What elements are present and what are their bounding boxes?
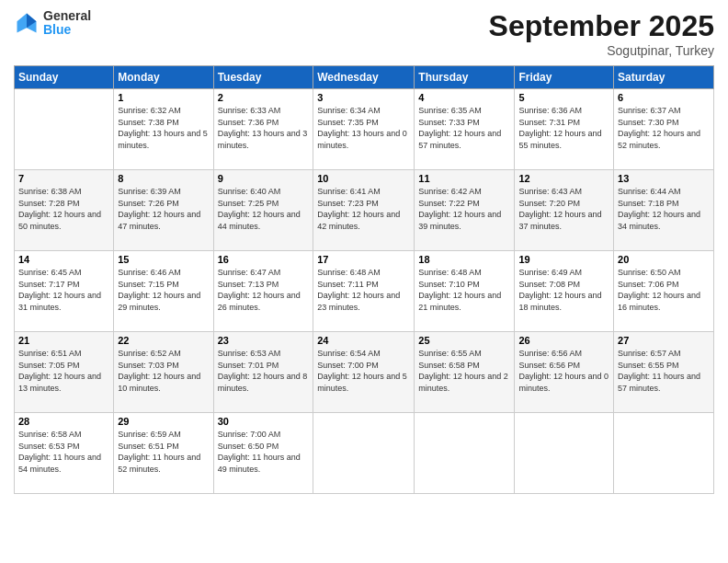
month-title: September 2025 — [489, 9, 714, 43]
day-info: Sunrise: 6:58 AM Sunset: 6:53 PM Dayligh… — [18, 429, 109, 475]
subtitle: Sogutpinar, Turkey — [489, 43, 714, 58]
day-info: Sunrise: 6:45 AM Sunset: 7:17 PM Dayligh… — [18, 267, 109, 313]
table-cell: 28 Sunrise: 6:58 AM Sunset: 6:53 PM Dayl… — [15, 413, 114, 494]
table-cell: 11 Sunrise: 6:42 AM Sunset: 7:22 PM Dayl… — [415, 170, 515, 251]
table-cell — [515, 413, 614, 494]
day-info: Sunrise: 6:48 AM Sunset: 7:10 PM Dayligh… — [418, 267, 510, 313]
calendar-table: Sunday Monday Tuesday Wednesday Thursday… — [14, 65, 714, 494]
day-number: 7 — [18, 173, 109, 184]
day-number: 9 — [218, 173, 310, 184]
table-cell: 4 Sunrise: 6:35 AM Sunset: 7:33 PM Dayli… — [415, 89, 515, 170]
table-cell — [313, 413, 415, 494]
col-monday: Monday — [114, 66, 213, 89]
day-info: Sunrise: 6:32 AM Sunset: 7:38 PM Dayligh… — [118, 105, 209, 151]
week-row-2: 7 Sunrise: 6:38 AM Sunset: 7:28 PM Dayli… — [15, 170, 714, 251]
table-cell: 12 Sunrise: 6:43 AM Sunset: 7:20 PM Dayl… — [515, 170, 614, 251]
day-number: 11 — [418, 173, 510, 184]
table-cell: 26 Sunrise: 6:56 AM Sunset: 6:56 PM Dayl… — [515, 332, 614, 413]
day-info: Sunrise: 6:44 AM Sunset: 7:18 PM Dayligh… — [618, 186, 710, 232]
day-number: 20 — [618, 254, 710, 265]
table-cell: 16 Sunrise: 6:47 AM Sunset: 7:13 PM Dayl… — [213, 251, 313, 332]
week-row-3: 14 Sunrise: 6:45 AM Sunset: 7:17 PM Dayl… — [15, 251, 714, 332]
day-number: 6 — [618, 92, 710, 103]
day-info: Sunrise: 6:40 AM Sunset: 7:25 PM Dayligh… — [218, 186, 310, 232]
day-info: Sunrise: 6:43 AM Sunset: 7:20 PM Dayligh… — [518, 186, 609, 232]
day-number: 3 — [317, 92, 410, 103]
table-cell: 19 Sunrise: 6:49 AM Sunset: 7:08 PM Dayl… — [515, 251, 614, 332]
day-info: Sunrise: 6:36 AM Sunset: 7:31 PM Dayligh… — [518, 105, 609, 151]
day-number: 2 — [218, 92, 310, 103]
table-cell: 3 Sunrise: 6:34 AM Sunset: 7:35 PM Dayli… — [313, 89, 415, 170]
table-cell: 24 Sunrise: 6:54 AM Sunset: 7:00 PM Dayl… — [313, 332, 415, 413]
table-cell: 6 Sunrise: 6:37 AM Sunset: 7:30 PM Dayli… — [614, 89, 714, 170]
table-cell: 9 Sunrise: 6:40 AM Sunset: 7:25 PM Dayli… — [213, 170, 313, 251]
calendar-header-row: Sunday Monday Tuesday Wednesday Thursday… — [15, 66, 714, 89]
day-info: Sunrise: 6:46 AM Sunset: 7:15 PM Dayligh… — [118, 267, 209, 313]
day-number: 25 — [418, 335, 510, 346]
day-number: 4 — [418, 92, 510, 103]
table-cell: 25 Sunrise: 6:55 AM Sunset: 6:58 PM Dayl… — [415, 332, 515, 413]
table-cell: 22 Sunrise: 6:52 AM Sunset: 7:03 PM Dayl… — [114, 332, 213, 413]
day-number: 23 — [218, 335, 310, 346]
table-cell — [415, 413, 515, 494]
header: General Blue September 2025 Sogutpinar, … — [14, 9, 714, 58]
logo: General Blue — [14, 9, 91, 38]
col-saturday: Saturday — [614, 66, 714, 89]
day-number: 29 — [118, 416, 209, 427]
week-row-4: 21 Sunrise: 6:51 AM Sunset: 7:05 PM Dayl… — [15, 332, 714, 413]
table-cell — [614, 413, 714, 494]
day-info: Sunrise: 6:52 AM Sunset: 7:03 PM Dayligh… — [118, 348, 209, 394]
day-info: Sunrise: 7:00 AM Sunset: 6:50 PM Dayligh… — [218, 429, 310, 475]
day-info: Sunrise: 6:33 AM Sunset: 7:36 PM Dayligh… — [218, 105, 310, 151]
day-info: Sunrise: 6:59 AM Sunset: 6:51 PM Dayligh… — [118, 429, 209, 475]
col-thursday: Thursday — [415, 66, 515, 89]
day-number: 21 — [18, 335, 109, 346]
day-number: 10 — [317, 173, 410, 184]
table-cell: 14 Sunrise: 6:45 AM Sunset: 7:17 PM Dayl… — [15, 251, 114, 332]
day-number: 18 — [418, 254, 510, 265]
day-number: 15 — [118, 254, 209, 265]
day-info: Sunrise: 6:57 AM Sunset: 6:55 PM Dayligh… — [618, 348, 710, 394]
table-cell: 13 Sunrise: 6:44 AM Sunset: 7:18 PM Dayl… — [614, 170, 714, 251]
day-info: Sunrise: 6:41 AM Sunset: 7:23 PM Dayligh… — [317, 186, 410, 232]
col-sunday: Sunday — [15, 66, 114, 89]
day-info: Sunrise: 6:47 AM Sunset: 7:13 PM Dayligh… — [218, 267, 310, 313]
day-info: Sunrise: 6:34 AM Sunset: 7:35 PM Dayligh… — [317, 105, 410, 151]
day-info: Sunrise: 6:35 AM Sunset: 7:33 PM Dayligh… — [418, 105, 510, 151]
day-number: 26 — [518, 335, 609, 346]
table-cell: 1 Sunrise: 6:32 AM Sunset: 7:38 PM Dayli… — [114, 89, 213, 170]
col-wednesday: Wednesday — [313, 66, 415, 89]
day-number: 27 — [618, 335, 710, 346]
table-cell: 17 Sunrise: 6:48 AM Sunset: 7:11 PM Dayl… — [313, 251, 415, 332]
day-info: Sunrise: 6:51 AM Sunset: 7:05 PM Dayligh… — [18, 348, 109, 394]
day-info: Sunrise: 6:54 AM Sunset: 7:00 PM Dayligh… — [317, 348, 410, 394]
table-cell: 23 Sunrise: 6:53 AM Sunset: 7:01 PM Dayl… — [213, 332, 313, 413]
page: General Blue September 2025 Sogutpinar, … — [0, 0, 728, 563]
week-row-1: 1 Sunrise: 6:32 AM Sunset: 7:38 PM Dayli… — [15, 89, 714, 170]
day-info: Sunrise: 6:39 AM Sunset: 7:26 PM Dayligh… — [118, 186, 209, 232]
table-cell: 8 Sunrise: 6:39 AM Sunset: 7:26 PM Dayli… — [114, 170, 213, 251]
day-number: 24 — [317, 335, 410, 346]
day-number: 17 — [317, 254, 410, 265]
table-cell: 5 Sunrise: 6:36 AM Sunset: 7:31 PM Dayli… — [515, 89, 614, 170]
title-block: September 2025 Sogutpinar, Turkey — [489, 9, 714, 58]
day-info: Sunrise: 6:50 AM Sunset: 7:06 PM Dayligh… — [618, 267, 710, 313]
day-info: Sunrise: 6:38 AM Sunset: 7:28 PM Dayligh… — [18, 186, 109, 232]
day-number: 1 — [118, 92, 209, 103]
week-row-5: 28 Sunrise: 6:58 AM Sunset: 6:53 PM Dayl… — [15, 413, 714, 494]
day-number: 13 — [618, 173, 710, 184]
table-cell: 15 Sunrise: 6:46 AM Sunset: 7:15 PM Dayl… — [114, 251, 213, 332]
table-cell: 7 Sunrise: 6:38 AM Sunset: 7:28 PM Dayli… — [15, 170, 114, 251]
col-friday: Friday — [515, 66, 614, 89]
day-info: Sunrise: 6:53 AM Sunset: 7:01 PM Dayligh… — [218, 348, 310, 394]
day-number: 16 — [218, 254, 310, 265]
table-cell: 29 Sunrise: 6:59 AM Sunset: 6:51 PM Dayl… — [114, 413, 213, 494]
day-info: Sunrise: 6:49 AM Sunset: 7:08 PM Dayligh… — [518, 267, 609, 313]
table-cell: 20 Sunrise: 6:50 AM Sunset: 7:06 PM Dayl… — [614, 251, 714, 332]
table-cell: 18 Sunrise: 6:48 AM Sunset: 7:10 PM Dayl… — [415, 251, 515, 332]
day-number: 5 — [518, 92, 609, 103]
table-cell: 30 Sunrise: 7:00 AM Sunset: 6:50 PM Dayl… — [213, 413, 313, 494]
day-info: Sunrise: 6:56 AM Sunset: 6:56 PM Dayligh… — [518, 348, 609, 394]
day-info: Sunrise: 6:42 AM Sunset: 7:22 PM Dayligh… — [418, 186, 510, 232]
table-cell: 2 Sunrise: 6:33 AM Sunset: 7:36 PM Dayli… — [213, 89, 313, 170]
